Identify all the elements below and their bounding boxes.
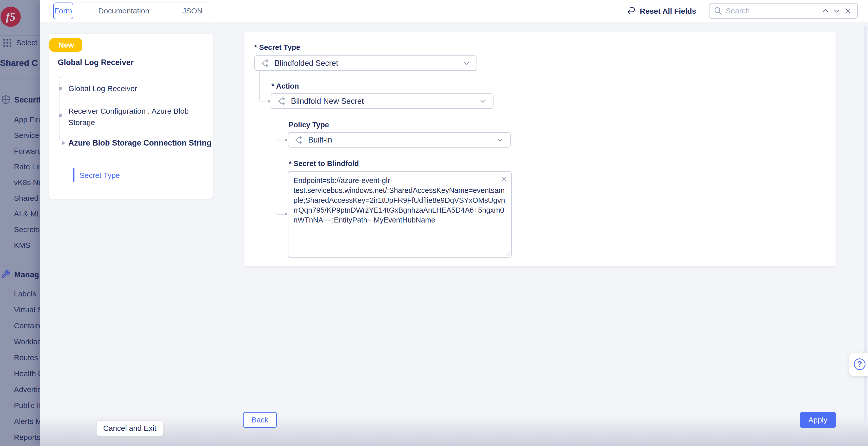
tab-label: JSON [182,7,203,15]
sidebar-item[interactable]: Labels [14,286,40,302]
search-prev-icon[interactable] [820,5,831,17]
back-button[interactable]: Back [243,412,277,428]
sidebar-item[interactable]: Public IP [14,397,40,413]
f5-logo-text: f5 [6,10,16,24]
connector-dot-icon [268,100,270,102]
sidebar-item[interactable]: Reports [14,429,40,445]
clear-field-icon[interactable] [499,174,509,184]
tab-form[interactable]: Form [53,3,73,19]
collapse-notch-icon [56,72,63,78]
status-badge-new: New [50,38,82,52]
help-button[interactable]: ? [849,353,868,376]
app-sidebar: f5 Select s Shared C Securit App FireSer… [0,0,40,446]
wizard-nav-card: New Global Log Receiver Global Log Recei… [49,34,213,199]
sidebar-manage-items: LabelsVirtual SContainWorkloaRoutesHealt… [14,286,40,445]
tab-json[interactable]: JSON [175,3,210,19]
reset-label: Reset All Fields [640,7,696,15]
sidebar-item[interactable]: Workloa [14,333,40,350]
sidebar-item[interactable]: Forward [14,143,40,159]
step-label: Azure Blob Storage Connection String [68,138,211,147]
shield-icon [1,95,11,105]
sidebar-section-security[interactable]: Securit [0,93,40,107]
sidebar-section-manage[interactable]: Manag [0,268,40,282]
search-input[interactable]: Search [709,3,858,19]
reset-all-fields-button[interactable]: Reset All Fields [627,0,696,22]
sidebar-item[interactable]: vK8s Ne [14,174,40,190]
chevron-down-icon [496,136,504,144]
sidebar-item-select-service[interactable]: Select s [0,36,40,50]
sidebar-divider [0,50,40,50]
policy-type-value: Built-in [308,135,496,145]
cancel-and-exit-button[interactable]: Cancel and Exit [96,420,163,436]
search-placeholder: Search [726,7,815,15]
sidebar-item[interactable]: AI & ML [14,206,40,222]
step-label: Receiver Configuration : Azure Blob Stor… [68,107,189,127]
tree-dot-icon [59,114,62,117]
one-of-fork-icon [277,97,286,106]
sidebar-item[interactable]: KMS [14,237,40,253]
tree-dot-icon [59,87,62,90]
sidebar-item[interactable]: Rate Lin [14,159,40,174]
wrench-icon [1,269,11,280]
sidebar-section-label: Manag [14,270,39,279]
help-glyph: ? [857,360,862,369]
tab-label: Form [55,7,72,15]
sidebar-item[interactable]: Contain [14,318,40,333]
action-select[interactable]: Blindfold New Secret [271,93,494,109]
search-separator [817,6,818,15]
wizard-active-field-secret-type[interactable]: Secret Type [80,171,120,180]
tree-arrow-icon [62,141,65,145]
search-next-icon[interactable] [831,5,842,17]
step-label: Global Log Receiver [68,84,137,93]
apply-button[interactable]: Apply [800,412,836,428]
wizard-step-connection-string[interactable]: Azure Blob Storage Connection String [68,136,211,150]
action-label: * Action [272,82,299,90]
active-field-indicator [73,168,74,182]
wizard-step-global-log-receiver[interactable]: Global Log Receiver [68,83,211,94]
connector-dot-icon [285,213,287,215]
sidebar-item-label: Select s [16,38,40,47]
sidebar-item[interactable]: Routes [14,350,40,365]
secret-type-select[interactable]: Blindfolded Secret [254,56,477,71]
one-of-fork-icon [261,59,270,68]
badge-label: New [59,41,74,50]
chevron-down-icon [479,97,487,105]
form-card: * Secret Type Blindfolded Secret * Actio… [244,32,836,266]
reset-icon [627,6,636,16]
one-of-fork-icon [294,135,304,145]
field-connector [276,109,286,215]
secret-to-blindfold-textarea[interactable]: Endpoint=sb://azure-event-glr-test.servi… [288,171,512,258]
divider [50,76,212,76]
action-value: Blindfold New Secret [291,97,479,106]
f5-logo-icon: f5 [1,7,21,27]
chevron-down-icon [462,59,470,67]
sidebar-section-label: Securit [14,95,40,104]
help-question-icon: ? [854,358,865,370]
sidebar-item[interactable]: Secrets [14,222,40,237]
sidebar-item[interactable]: App Fire [14,112,40,128]
field-connector [259,71,269,102]
sidebar-item[interactable]: Advertis [14,381,40,397]
sidebar-item[interactable]: Shared [14,190,40,206]
grid-icon [2,37,13,48]
sidebar-security-items: App FireServiceForwardRate LinvK8s NeSha… [14,112,40,253]
tab-documentation[interactable]: Documentation [73,3,175,19]
search-icon [714,6,723,15]
sidebar-item[interactable]: Service [14,128,40,143]
screen: f5 Select s Shared C Securit App FireSer… [0,0,868,446]
sidebar-item[interactable]: Health C [14,365,40,381]
sidebar-item[interactable]: Virtual S [14,302,40,318]
policy-type-select[interactable]: Built-in [288,132,511,148]
search-close-icon[interactable] [842,5,853,17]
sidebar-workspace-heading: Shared C [0,56,40,70]
sidebar-divider [0,78,40,78]
modal-header: Form Documentation JSON Reset All Fields… [40,0,868,22]
sidebar-divider [0,261,40,261]
resize-handle-icon[interactable] [505,251,510,256]
secret-type-label: * Secret Type [254,43,300,52]
sidebar-item[interactable]: Alerts M [14,413,40,429]
wizard-step-receiver-configuration[interactable]: Receiver Configuration : Azure Blob Stor… [68,105,211,128]
secret-to-blindfold-label: * Secret to Blindfold [289,159,359,168]
policy-type-label: Policy Type [289,121,329,129]
workspace-heading-label: Shared C [0,58,38,68]
